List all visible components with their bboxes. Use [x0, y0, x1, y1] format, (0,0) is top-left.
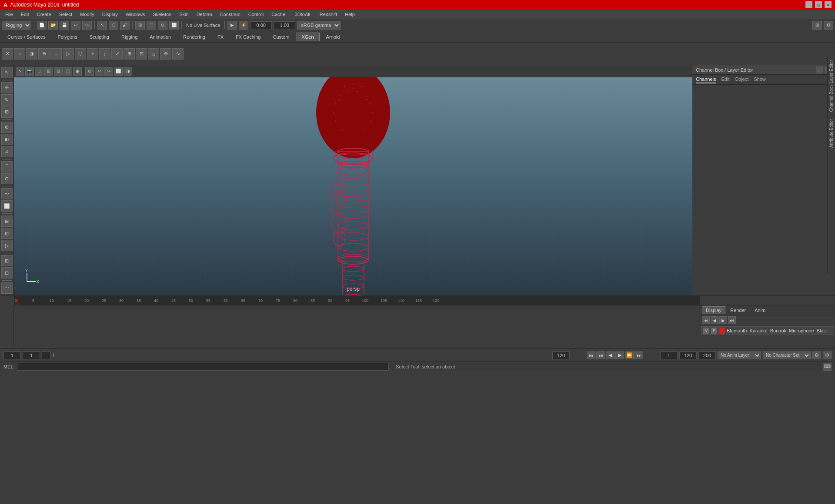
- shelf-btn-10[interactable]: ⤢: [111, 48, 123, 60]
- surface-tool[interactable]: ⬜: [1, 200, 13, 212]
- value-input-2[interactable]: [274, 21, 295, 29]
- play-last-btn[interactable]: ⏭: [635, 351, 643, 359]
- open-scene-btn[interactable]: 📂: [48, 21, 58, 30]
- menu-help[interactable]: Help: [341, 11, 358, 18]
- vp-display[interactable]: ⬜: [114, 67, 123, 76]
- show-manip[interactable]: ⊿: [1, 146, 13, 157]
- shelf-btn-3[interactable]: ◑: [26, 48, 37, 60]
- attr-editor-label[interactable]: Attribute Editor: [829, 119, 834, 148]
- layer-next-btn[interactable]: ▶: [719, 316, 727, 324]
- title-bar-controls[interactable]: − □ ×: [805, 1, 832, 8]
- shelf-btn-4[interactable]: ⊕: [38, 48, 50, 60]
- play-forward[interactable]: ▶: [615, 351, 624, 359]
- menu-display[interactable]: Display: [99, 11, 121, 18]
- universal-manip[interactable]: ⊕: [1, 122, 13, 133]
- menu-create[interactable]: Create: [33, 11, 55, 18]
- shelf-btn-8[interactable]: ⌖: [87, 48, 98, 60]
- quick-layout[interactable]: ⊞: [1, 255, 13, 266]
- char-set-options[interactable]: ⚙: [823, 351, 832, 359]
- layer-tab-anim[interactable]: Anim: [751, 306, 769, 314]
- frame-range-start[interactable]: [660, 351, 678, 359]
- shelf-btn-7[interactable]: ⬡: [75, 48, 86, 60]
- layer-btn[interactable]: ⊟: [1, 267, 13, 279]
- vp-isolate[interactable]: ◉: [73, 67, 82, 76]
- tab-fx[interactable]: FX: [212, 33, 229, 41]
- mel-input[interactable]: [17, 363, 389, 371]
- settings-btn[interactable]: ⚙: [824, 21, 833, 30]
- timeline-ruler[interactable]: 0 5 10 15 20 25 30 35 40 45 50 55 60 65 …: [14, 296, 700, 305]
- redo-btn[interactable]: ↪: [82, 21, 92, 30]
- frame-checkbox[interactable]: [42, 351, 50, 359]
- vp-layout3[interactable]: ⊡: [54, 67, 63, 76]
- menu-3dtall[interactable]: -3DtoAll-: [290, 11, 315, 18]
- vp-shading[interactable]: ◑: [124, 67, 132, 76]
- menu-redshift[interactable]: Redshift: [316, 11, 341, 18]
- shelf-btn-11[interactable]: ⊞: [124, 48, 135, 60]
- vp-layout1[interactable]: □: [35, 67, 43, 76]
- value-input-1[interactable]: [250, 21, 272, 29]
- menu-skin[interactable]: Skin: [176, 11, 192, 18]
- layer-first-btn[interactable]: ⏮: [702, 316, 710, 324]
- shelf-btn-13[interactable]: ⌂: [148, 48, 159, 60]
- play-back[interactable]: ◀: [606, 351, 615, 359]
- play-back-step[interactable]: ⏭: [596, 351, 605, 359]
- render-btn[interactable]: ▶: [227, 21, 237, 30]
- cb-tab-channels[interactable]: Channels: [696, 76, 716, 83]
- display-grid[interactable]: ⊞: [1, 216, 13, 227]
- tab-sculpting[interactable]: Sculpting: [84, 33, 115, 41]
- menu-constrain[interactable]: Constrain: [217, 11, 244, 18]
- more-tools[interactable]: ⋯: [1, 282, 13, 294]
- lasso-tool[interactable]: ⌒: [1, 161, 13, 172]
- color-profile-select[interactable]: sRGB gamma: [297, 21, 341, 30]
- play-first-btn[interactable]: ⏮: [587, 351, 595, 359]
- move-tool[interactable]: ✛: [1, 82, 13, 93]
- minimize-button[interactable]: −: [805, 1, 812, 8]
- frame-range-end[interactable]: [679, 351, 697, 359]
- curve-tool[interactable]: 〜: [1, 188, 13, 199]
- layer-tab-display[interactable]: Display: [702, 306, 725, 314]
- shelf-btn-14[interactable]: ⊗: [160, 48, 171, 60]
- tab-custom[interactable]: Custom: [267, 33, 295, 41]
- tab-xgen[interactable]: XGen: [296, 33, 319, 41]
- snap-curve-btn[interactable]: ⌒: [147, 21, 156, 30]
- tab-rigging[interactable]: Rigging: [116, 33, 143, 41]
- current-frame-input[interactable]: [3, 351, 21, 359]
- paint-tool[interactable]: ⊙: [1, 173, 13, 185]
- close-button[interactable]: ×: [825, 1, 832, 8]
- layer-visibility-btn[interactable]: V: [703, 328, 709, 334]
- snap-grid-btn[interactable]: ⊞: [135, 21, 145, 30]
- menu-file[interactable]: File: [2, 11, 17, 18]
- layer-color-swatch[interactable]: [719, 328, 725, 334]
- menu-edit[interactable]: Edit: [17, 11, 33, 18]
- script-editor-btn[interactable]: ⌨: [823, 363, 832, 371]
- vp-layout2[interactable]: ⊞: [44, 67, 53, 76]
- display-mode[interactable]: ⊡: [1, 228, 13, 239]
- shelf-btn-5[interactable]: ↔: [50, 48, 62, 60]
- channel-box-minimize[interactable]: _: [816, 66, 823, 73]
- tab-curves-surfaces[interactable]: Curves / Surfaces: [2, 33, 51, 41]
- channel-box-label[interactable]: Channel Box / Layer Editor: [829, 60, 834, 112]
- tab-animation[interactable]: Animation: [144, 33, 177, 41]
- menu-windows[interactable]: Windows: [122, 11, 149, 18]
- tab-rendering[interactable]: Rendering: [177, 33, 211, 41]
- shelf-btn-1[interactable]: ✕: [2, 48, 13, 60]
- menu-control[interactable]: Control: [245, 11, 267, 18]
- viewport-canvas[interactable]: persp X Y: [14, 77, 692, 295]
- menu-modify[interactable]: Modify: [77, 11, 97, 18]
- anim-layer-options[interactable]: ⚙: [812, 351, 821, 359]
- layer-tab-render[interactable]: Render: [726, 306, 750, 314]
- lasso-select-btn[interactable]: ⬡: [109, 21, 118, 30]
- scale-tool[interactable]: ⊞: [1, 106, 13, 118]
- new-scene-btn[interactable]: 📄: [37, 21, 47, 30]
- workspace-btn[interactable]: ⊞: [812, 21, 822, 30]
- tab-arnold[interactable]: Arnold: [321, 33, 346, 41]
- soft-mod[interactable]: ◐: [1, 134, 13, 145]
- end-frame-input[interactable]: [552, 351, 570, 359]
- rotate-tool[interactable]: ↻: [1, 94, 13, 106]
- select-tool[interactable]: ↖: [1, 67, 13, 78]
- shelf-btn-6[interactable]: ▷: [63, 48, 74, 60]
- cb-tab-object[interactable]: Object: [735, 76, 748, 83]
- tab-fx-caching[interactable]: FX Caching: [230, 33, 266, 41]
- ipr-render-btn[interactable]: ⚡: [239, 21, 248, 30]
- render-region[interactable]: ▷: [1, 240, 13, 251]
